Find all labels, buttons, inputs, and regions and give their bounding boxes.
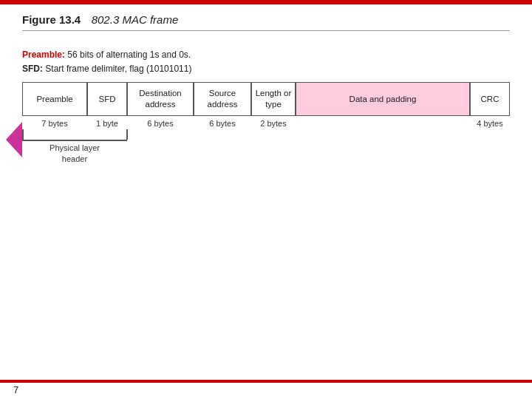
bytes-src: 6 bytes <box>194 119 251 128</box>
figure-caption: 802.3 MAC frame <box>92 13 179 26</box>
cell-dest: Destination address <box>127 82 194 116</box>
dest-cell-label: Destination address <box>129 88 191 110</box>
length-cell-label: Length or type <box>253 88 293 110</box>
figure-label: Figure 13.4 <box>22 13 81 26</box>
bytes-dest: 6 bytes <box>127 119 194 128</box>
legend-sfd-desc: Start frame delimiter, flag (10101011) <box>43 64 191 74</box>
cell-data: Data and padding <box>296 82 470 116</box>
bracket-label: Physical layerheader <box>22 143 127 164</box>
bracket-horiz <box>22 140 127 141</box>
legend: Preamble: 56 bits of alternating 1s and … <box>22 48 510 76</box>
data-cell-label: Data and padding <box>349 94 417 105</box>
legend-preamble-desc: 56 bits of alternating 1s and 0s. <box>65 50 191 60</box>
bytes-crc: 4 bytes <box>470 119 510 128</box>
legend-preamble-line: Preamble: 56 bits of alternating 1s and … <box>22 48 510 62</box>
bracket-left-vert <box>22 129 24 140</box>
bracket-right-vert <box>126 129 128 140</box>
cell-length: Length or type <box>251 82 296 116</box>
bottom-border <box>0 380 532 383</box>
legend-sfd-label: SFD: <box>22 64 43 74</box>
arrow-shape <box>6 122 22 157</box>
bytes-data <box>296 119 470 128</box>
sfd-cell-label: SFD <box>99 94 116 105</box>
cell-sfd: SFD <box>87 82 127 116</box>
top-border <box>0 0 532 4</box>
page-number: 7 <box>13 384 18 395</box>
frame-row: Preamble SFD Destination address Source … <box>22 82 510 116</box>
bytes-sfd: 1 byte <box>87 119 127 128</box>
bytes-row: 7 bytes 1 byte 6 bytes 6 bytes 2 bytes 4… <box>22 119 510 128</box>
title-area: Figure 13.4 802.3 MAC frame <box>22 13 510 31</box>
legend-sfd-line: SFD: Start frame delimiter, flag (101010… <box>22 62 510 76</box>
crc-cell-label: CRC <box>481 94 499 105</box>
content-area: Preamble: 56 bits of alternating 1s and … <box>22 48 510 162</box>
diagram-wrapper: Preamble SFD Destination address Source … <box>22 82 510 162</box>
src-cell-label: Source address <box>196 88 249 110</box>
bracket-area: Physical layerheader <box>22 129 510 162</box>
cell-crc: CRC <box>470 82 510 116</box>
bytes-length: 2 bytes <box>251 119 296 128</box>
cell-preamble: Preamble <box>22 82 87 116</box>
legend-preamble-label: Preamble: <box>22 50 65 60</box>
bytes-preamble: 7 bytes <box>22 119 87 128</box>
cell-src: Source address <box>194 82 251 116</box>
preamble-cell-label: Preamble <box>36 94 72 105</box>
